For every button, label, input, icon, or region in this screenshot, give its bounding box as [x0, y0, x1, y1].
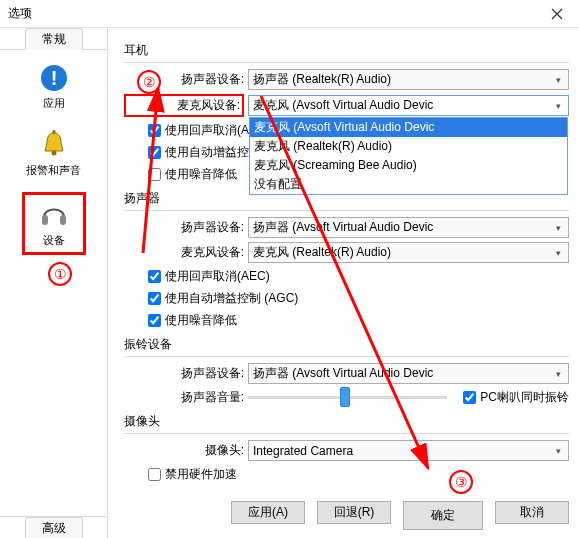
camera-label: 摄像头:	[124, 442, 244, 459]
speaker-speaker-label: 扬声器设备:	[124, 219, 244, 236]
window-title: 选项	[8, 5, 32, 22]
sidebar-item-application[interactable]: ! 应用	[22, 58, 86, 115]
camera-hw-accel-checkbox[interactable]	[148, 468, 161, 481]
window-close-button[interactable]	[535, 0, 579, 28]
speaker-nr-label: 使用噪音降低	[165, 312, 237, 329]
divider	[124, 433, 569, 434]
sidebar-item-devices[interactable]: 设备	[22, 192, 86, 255]
sidebar-label-application: 应用	[22, 96, 86, 111]
headset-speaker-select[interactable]: 扬声器 (Realtek(R) Audio) ▾	[248, 69, 569, 90]
svg-rect-5	[60, 215, 66, 225]
headset-icon	[38, 199, 70, 231]
group-camera-title: 摄像头	[124, 413, 569, 430]
chevron-down-icon: ▾	[552, 248, 564, 258]
svg-point-2	[51, 151, 56, 156]
speaker-mic-select[interactable]: 麦克风 (Realtek(R) Audio) ▾	[248, 242, 569, 263]
slider-thumb[interactable]	[340, 387, 350, 407]
headset-agc-checkbox[interactable]	[148, 146, 161, 159]
group-ring-title: 振铃设备	[124, 336, 569, 353]
camera-value: Integrated Camera	[253, 444, 353, 458]
sidebar-item-alarm[interactable]: 报警和声音	[22, 125, 86, 182]
speaker-mic-value: 麦克风 (Realtek(R) Audio)	[253, 244, 391, 261]
apply-button[interactable]: 应用(A)	[231, 501, 305, 524]
headset-mic-dropdown: 麦克风 (Avsoft Virtual Audio Devic 麦克风 (Rea…	[249, 117, 568, 195]
chevron-down-icon: ▾	[552, 223, 564, 233]
headset-mic-select[interactable]: 麦克风 (Avsoft Virtual Audio Devic ▾ 麦克风 (A…	[248, 95, 569, 116]
speaker-speaker-value: 扬声器 (Avsoft Virtual Audio Devic	[253, 219, 433, 236]
headset-aec-checkbox[interactable]	[148, 124, 161, 137]
speaker-mic-label: 麦克风设备:	[124, 244, 244, 261]
pc-speaker-ring-label: PC喇叭同时振铃	[480, 389, 569, 406]
mic-option[interactable]: 麦克风 (Avsoft Virtual Audio Devic	[250, 118, 567, 137]
mic-option[interactable]: 麦克风 (Screaming Bee Audio)	[250, 156, 567, 175]
chevron-down-icon: ▾	[552, 101, 564, 111]
sidebar-label-alarm: 报警和声音	[22, 163, 86, 178]
svg-rect-4	[42, 215, 48, 225]
volume-slider[interactable]	[248, 396, 447, 399]
tab-advanced[interactable]: 高级	[25, 517, 83, 539]
headset-mic-value: 麦克风 (Avsoft Virtual Audio Devic	[253, 97, 433, 114]
mic-option[interactable]: 没有配置	[250, 175, 567, 194]
tab-general[interactable]: 常规	[25, 28, 83, 50]
ring-volume-label: 扬声器音量:	[124, 389, 244, 406]
speaker-aec-label: 使用回声取消(AEC)	[165, 268, 270, 285]
camera-hw-accel-label: 禁用硬件加速	[165, 466, 237, 483]
headset-speaker-value: 扬声器 (Realtek(R) Audio)	[253, 71, 391, 88]
headset-agc-label: 使用自动增益控制	[165, 144, 261, 161]
headset-nr-checkbox[interactable]	[148, 168, 161, 181]
chevron-down-icon: ▾	[552, 369, 564, 379]
divider	[124, 356, 569, 357]
info-circle-icon: !	[38, 62, 70, 94]
speaker-agc-checkbox[interactable]	[148, 292, 161, 305]
cancel-button[interactable]: 取消	[495, 501, 569, 524]
sidebar-label-devices: 设备	[29, 233, 79, 248]
mic-option[interactable]: 麦克风 (Realtek(R) Audio)	[250, 137, 567, 156]
ring-speaker-value: 扬声器 (Avsoft Virtual Audio Devic	[253, 365, 433, 382]
headset-mic-label: 麦克风设备:	[124, 94, 244, 117]
ok-button[interactable]: 确定	[403, 501, 483, 530]
ring-speaker-select[interactable]: 扬声器 (Avsoft Virtual Audio Devic ▾	[248, 363, 569, 384]
revert-button[interactable]: 回退(R)	[317, 501, 391, 524]
ring-speaker-label: 扬声器设备:	[124, 365, 244, 382]
svg-rect-3	[52, 130, 55, 134]
svg-text:!: !	[50, 67, 57, 89]
speaker-speaker-select[interactable]: 扬声器 (Avsoft Virtual Audio Devic ▾	[248, 217, 569, 238]
divider	[124, 210, 569, 211]
speaker-nr-checkbox[interactable]	[148, 314, 161, 327]
pc-speaker-ring-checkbox[interactable]	[463, 391, 476, 404]
divider	[124, 62, 569, 63]
headset-nr-label: 使用噪音降低	[165, 166, 237, 183]
speaker-aec-checkbox[interactable]	[148, 270, 161, 283]
bell-icon	[38, 129, 70, 161]
group-headset-title: 耳机	[124, 42, 569, 59]
close-icon	[551, 8, 563, 20]
speaker-agc-label: 使用自动增益控制 (AGC)	[165, 290, 298, 307]
chevron-down-icon: ▾	[552, 446, 564, 456]
chevron-down-icon: ▾	[552, 75, 564, 85]
headset-speaker-label: 扬声器设备:	[124, 71, 244, 88]
camera-select[interactable]: Integrated Camera ▾	[248, 440, 569, 461]
